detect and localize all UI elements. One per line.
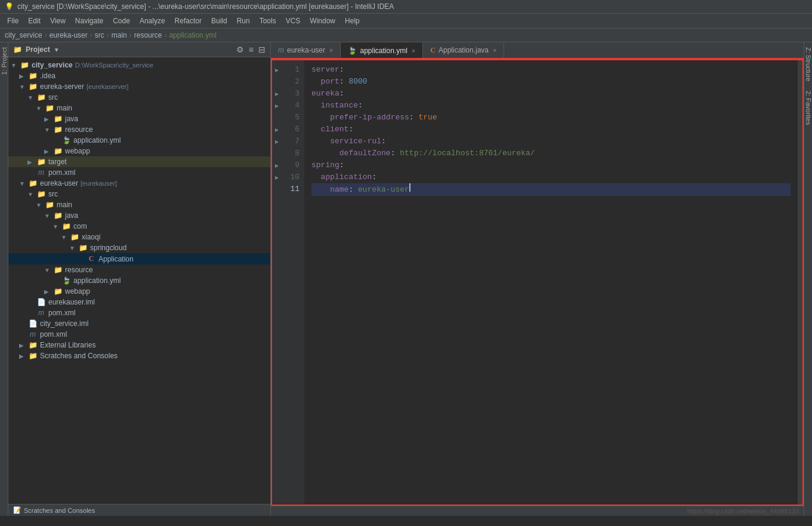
code-token-line1: : — [339, 64, 344, 76]
tree-label-target-server: target — [48, 158, 67, 166]
tab-close-tab-application-java[interactable]: × — [493, 47, 496, 54]
tree-item-main-user[interactable]: ▼📁main — [8, 199, 270, 210]
code-line-2: port: 8000 — [311, 76, 791, 88]
gutter-cell-11 — [271, 183, 283, 195]
tree-label-java-user: java — [65, 211, 78, 220]
tree-item-eurekauser-iml[interactable]: 📄eurekauser.iml — [8, 297, 270, 307]
tree-item-pom-server[interactable]: mpom.xml — [8, 167, 270, 178]
breadcrumb-separator: › — [107, 31, 109, 39]
tree-item-eureka-server[interactable]: ▼📁eureka-server [eurekaserver] — [8, 81, 270, 92]
tree-arrow-eureka-user: ▼ — [19, 180, 27, 187]
code-token-line10 — [311, 171, 321, 183]
tree-item-webapp-user[interactable]: ▶📁webapp — [8, 286, 270, 297]
code-line-8: defaultZone: http://localhost:8761/eurek… — [311, 147, 791, 159]
breadcrumb-eureka-user[interactable]: eureka-user — [50, 31, 88, 39]
tree-item-com-user[interactable]: ▼📁com — [8, 221, 270, 232]
code-line-4: instance: — [311, 100, 791, 112]
tree-label-main-server: main — [57, 104, 72, 112]
tab-application-yml[interactable]: 🍃application.yml× — [341, 42, 423, 58]
menu-item-edit[interactable]: Edit — [23, 15, 45, 27]
tree-item-application-java[interactable]: CApplication — [8, 253, 270, 264]
tree-item-target-server[interactable]: ▶📁target — [8, 156, 270, 167]
tree-item-java-user[interactable]: ▼📁java — [8, 210, 270, 221]
code-token-line11 — [311, 184, 330, 196]
menu-item-vcs[interactable]: VCS — [281, 15, 305, 27]
tree-item-city-iml[interactable]: 📄city_service.iml — [8, 318, 270, 329]
breadcrumb-main[interactable]: main — [112, 31, 127, 39]
menu-item-analyze[interactable]: Analyze — [135, 15, 170, 27]
breadcrumb-separator: › — [164, 31, 166, 39]
tree-label-ext-libs: External Libraries — [40, 341, 95, 349]
menu-item-file[interactable]: File — [2, 15, 23, 27]
code-token-line7: : — [381, 136, 386, 147]
tree-item-src-server[interactable]: ▼📁src — [8, 92, 270, 103]
tree-item-scratches[interactable]: ▶📁Scratches and Consoles — [8, 350, 270, 361]
breadcrumb-city_service[interactable]: city_service — [5, 31, 42, 39]
tree-item-xiaoqi-user[interactable]: ▼📁xiaoqi — [8, 232, 270, 242]
left-tabs: 1: Project — [0, 42, 8, 516]
line-num-5: 5 — [283, 112, 304, 124]
tree-item-pom-user[interactable]: mpom.xml — [8, 307, 270, 318]
tree-item-ext-libs[interactable]: ▶📁External Libraries — [8, 340, 270, 350]
gutter-cell-1: ▶ — [271, 64, 283, 76]
tree-item-src-user[interactable]: ▼📁src — [8, 189, 270, 199]
code-token-line8: : — [391, 147, 396, 159]
tree-item-main-server[interactable]: ▼📁main — [8, 103, 270, 113]
favorites-tab[interactable]: 2: Favorites — [804, 86, 813, 130]
tree-item-pom-root[interactable]: mpom.xml — [8, 329, 270, 340]
menu-item-tools[interactable]: Tools — [255, 15, 281, 27]
code-token-line2 — [311, 76, 321, 88]
tree-icon-java-server: 📁 — [53, 115, 63, 123]
text-cursor — [409, 183, 410, 192]
tree-icon-application-java: C — [86, 254, 97, 263]
breadcrumb-application-yml[interactable]: application.yml — [169, 31, 216, 39]
minimize-icon[interactable]: ⊟ — [258, 45, 265, 54]
structure-tab[interactable]: Z: Structure — [804, 42, 813, 86]
line-num-10: 10 — [283, 171, 304, 183]
tree-item-eureka-user[interactable]: ▼📁eureka-user [eurekauser] — [8, 178, 270, 189]
tree-label-eurekauser-iml: eurekauser.iml — [48, 298, 95, 306]
menu-item-window[interactable]: Window — [305, 15, 340, 27]
settings-icon[interactable]: ⚙ — [236, 45, 244, 54]
project-side-tab[interactable]: 1: Project — [0, 42, 9, 79]
menu-item-run[interactable]: Run — [232, 15, 255, 27]
code-content[interactable]: server: port: 8000eureka: instance: pref… — [304, 59, 798, 506]
tree-item-resource-user[interactable]: ▼📁resource — [8, 264, 270, 275]
tree-item-idea[interactable]: ▶📁.idea — [8, 70, 270, 81]
code-token-line5: true — [414, 112, 437, 124]
tab-close-tab-application-yml[interactable]: × — [412, 47, 415, 54]
tree-icon-resource-user: 📁 — [53, 266, 63, 274]
tree-arrow-springcloud-user: ▼ — [69, 245, 78, 251]
tree-item-app-yml-server[interactable]: 🍃application.yml — [8, 135, 270, 146]
tree-item-springcloud-user[interactable]: ▼📁springcloud — [8, 242, 270, 253]
tree-item-app-yml-user[interactable]: 🍃application.yml — [8, 275, 270, 286]
tree-item-resource-server[interactable]: ▼📁resource — [8, 124, 270, 135]
tree-icon-idea: 📁 — [27, 72, 38, 80]
tree-label-city-iml: city_service.iml — [40, 319, 88, 328]
tab-application-java[interactable]: CApplication.java× — [423, 43, 504, 58]
menu-item-build[interactable]: Build — [206, 15, 232, 27]
code-token-line11: eureka-user — [353, 184, 409, 196]
tab-close-tab-eureka-user[interactable]: × — [329, 47, 333, 54]
breadcrumb-resource[interactable]: resource — [134, 31, 162, 39]
tree-icon-app-yml-user: 🍃 — [61, 276, 72, 285]
tree-arrow-resource-server: ▼ — [44, 127, 53, 133]
tree-item-city_service[interactable]: ▼📁city_service D:\WorkSpace\city_service — [8, 60, 270, 70]
tree-item-java-server[interactable]: ▶📁java — [8, 113, 270, 124]
tree-label-pom-server: pom.xml — [48, 168, 75, 177]
tree-item-webapp-server[interactable]: ▶📁webapp — [8, 146, 270, 156]
dropdown-arrow[interactable]: ▼ — [54, 47, 60, 53]
scratches-and-consoles-item[interactable]: 📝 Scratches and Consoles — [13, 506, 95, 514]
menu-item-navigate[interactable]: Navigate — [70, 15, 108, 27]
tree-icon-eureka-user: 📁 — [27, 179, 38, 187]
layout-icon[interactable]: ≡ — [249, 45, 254, 54]
code-token-line3: eureka — [311, 88, 339, 100]
menu-item-code[interactable]: Code — [108, 15, 135, 27]
menu-item-view[interactable]: View — [45, 15, 70, 27]
tree-label-com-user: com — [73, 222, 87, 230]
menu-item-help[interactable]: Help — [340, 15, 365, 27]
menu-item-refactor[interactable]: Refactor — [170, 15, 206, 27]
breadcrumb-src[interactable]: src — [95, 31, 104, 39]
tab-eureka-user[interactable]: meureka-user× — [271, 43, 341, 57]
code-editor[interactable]: ▶▶▶▶▶▶▶ 1234567891011 server: port: 8000… — [271, 59, 804, 506]
